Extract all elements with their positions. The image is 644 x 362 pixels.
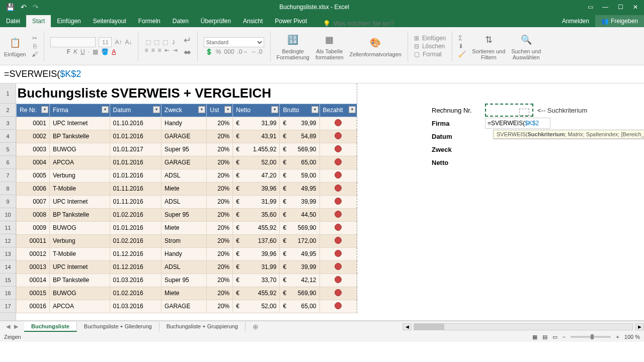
row-header[interactable]: 7 xyxy=(0,169,16,182)
status-cell[interactable] xyxy=(319,169,357,182)
cell[interactable]: 20% xyxy=(207,247,233,260)
sheet-nav-prev-icon[interactable]: ◀ xyxy=(6,323,10,330)
cell[interactable]: BP Tankstelle xyxy=(49,274,110,287)
wrap-text-icon[interactable]: ↵ xyxy=(184,35,191,46)
filter-dropdown-icon[interactable]: ▾ xyxy=(198,106,205,113)
cell[interactable]: BUWOG xyxy=(49,143,110,156)
table-row[interactable]: 0008BP Tankstelle01.02.2016Super 9520%35… xyxy=(17,208,357,221)
cell[interactable]: Verbung xyxy=(49,234,110,247)
row-header[interactable]: 12 xyxy=(0,234,16,247)
cell[interactable]: 0005 xyxy=(17,169,50,182)
sheet-tab[interactable]: Buchungsliste xyxy=(24,322,77,332)
cell[interactable]: 20% xyxy=(207,156,233,169)
cell[interactable]: 20% xyxy=(207,130,233,143)
zoom-level[interactable]: 100 % xyxy=(624,334,640,340)
cell[interactable]: UPC Internet xyxy=(49,117,110,130)
cell[interactable]: Strom xyxy=(162,234,207,247)
cell[interactable]: T-Mobile xyxy=(49,182,110,195)
cell[interactable]: ADSL xyxy=(162,195,207,208)
cell[interactable]: BP Tankstelle xyxy=(49,208,110,221)
cut-icon[interactable]: ✂ xyxy=(32,35,37,42)
maximize-icon[interactable]: ☐ xyxy=(614,2,627,12)
cell[interactable]: 00016 xyxy=(17,300,50,313)
tell-me-input[interactable] xyxy=(334,20,424,27)
cell[interactable]: 01.01.2016 xyxy=(110,221,161,234)
thousands-icon[interactable]: 000 xyxy=(224,48,234,55)
cell[interactable]: UPC Internet xyxy=(49,195,110,208)
undo-icon[interactable]: ↶ xyxy=(21,3,27,11)
sort-filter-button[interactable]: ⇅ Sortieren und Filtern xyxy=(472,32,505,60)
column-header[interactable]: Zweck▾ xyxy=(162,104,207,117)
column-header[interactable]: Datum▾ xyxy=(110,104,161,117)
zoom-out-icon[interactable]: − xyxy=(562,334,566,340)
hscroll-right[interactable]: ▶ xyxy=(635,323,644,330)
tab-datei[interactable]: Datei xyxy=(0,15,26,27)
cell[interactable]: 569,90 xyxy=(280,221,319,234)
tab-ueberpruefen[interactable]: Überprüfen xyxy=(195,15,237,27)
cell[interactable]: 172,00 xyxy=(280,234,319,247)
cell[interactable]: 39,99 xyxy=(280,260,319,274)
decrease-font-icon[interactable]: A↓ xyxy=(125,39,132,46)
cell[interactable]: Miete xyxy=(162,287,207,300)
signin-link[interactable]: Anmelden xyxy=(556,15,595,27)
view-normal-icon[interactable]: ▦ xyxy=(532,334,537,340)
cell[interactable]: 01.12.2016 xyxy=(110,247,161,260)
orientation-icon[interactable]: ⤸ xyxy=(171,39,176,46)
cell[interactable]: Verbung xyxy=(49,169,110,182)
column-header[interactable]: Brutto▾ xyxy=(280,104,319,117)
active-cell-edit[interactable]: =SVERWEIS($K$2 xyxy=(485,118,550,129)
cell[interactable]: 42,12 xyxy=(280,274,319,287)
cell[interactable]: 39,99 xyxy=(280,195,319,208)
sheet-tab[interactable]: Buchungsliste + Gliederung xyxy=(77,322,159,332)
ribbon-options-icon[interactable]: ▭ xyxy=(584,2,597,12)
cell-styles-button[interactable]: 🎨 Zellenformatvorlagen xyxy=(350,35,401,57)
clear-icon[interactable]: 🧹 xyxy=(458,51,466,58)
table-row[interactable]: 0001UPC Internet01.10.2016Handy20%31,993… xyxy=(17,117,357,130)
cell[interactable]: BUWOG xyxy=(49,221,110,234)
row-header[interactable]: 2 xyxy=(0,104,16,117)
cell[interactable]: 01.03.2016 xyxy=(110,274,161,287)
dec-decimal-icon[interactable]: ←.0 xyxy=(251,48,262,55)
table-row[interactable]: 00015BUWOG01.02.2016Miete20%455,92569,90 xyxy=(17,287,357,300)
view-pagebreak-icon[interactable]: ▭ xyxy=(552,334,557,340)
underline-button[interactable]: U xyxy=(80,48,85,55)
column-header[interactable]: Firma▾ xyxy=(49,104,110,117)
table-row[interactable]: 0002BP Tankstelle01.01.2016GARAGE20%43,9… xyxy=(17,130,357,143)
cell[interactable]: 01.02.2016 xyxy=(110,287,161,300)
cell[interactable]: 20% xyxy=(207,182,233,195)
font-size-input[interactable] xyxy=(99,37,112,47)
cell[interactable]: 43,91 xyxy=(233,130,280,143)
bold-button[interactable]: F xyxy=(67,48,70,55)
percent-icon[interactable]: % xyxy=(216,48,221,55)
filter-dropdown-icon[interactable]: ▾ xyxy=(311,106,318,113)
cell[interactable]: 20% xyxy=(207,274,233,287)
filter-dropdown-icon[interactable]: ▾ xyxy=(224,106,231,113)
align-bottom-icon[interactable]: ⬚ xyxy=(163,39,168,46)
tell-me[interactable]: 💡 xyxy=(323,20,424,27)
cell[interactable]: 0001 xyxy=(17,117,50,130)
cell[interactable]: 39,96 xyxy=(233,247,280,260)
table-row[interactable]: 00011Verbung01.02.2016Strom20%137,60172,… xyxy=(17,234,357,247)
filter-dropdown-icon[interactable]: ▾ xyxy=(102,106,109,113)
cell[interactable]: 01.11.2016 xyxy=(110,182,161,195)
cell[interactable]: Super 95 xyxy=(162,208,207,221)
cell[interactable]: 52,00 xyxy=(233,300,280,313)
status-cell[interactable] xyxy=(319,260,357,274)
cell[interactable]: ADSL xyxy=(162,169,207,182)
cell[interactable]: 49,95 xyxy=(280,247,319,260)
cell[interactable]: 0006 xyxy=(17,182,50,195)
row-header[interactable]: 9 xyxy=(0,195,16,208)
status-cell[interactable] xyxy=(319,247,357,260)
cell[interactable]: 33,70 xyxy=(233,274,280,287)
cell[interactable]: BP Tankstelle xyxy=(49,130,110,143)
redo-icon[interactable]: ↷ xyxy=(33,3,39,11)
sheet-nav-next-icon[interactable]: ▶ xyxy=(14,323,18,330)
status-cell[interactable] xyxy=(319,130,357,143)
cell[interactable]: 01.01.2016 xyxy=(110,130,161,143)
status-cell[interactable] xyxy=(319,221,357,234)
cell[interactable]: 20% xyxy=(207,260,233,274)
autosum-icon[interactable]: Σ xyxy=(458,35,462,42)
cell[interactable]: 01.02.2016 xyxy=(110,234,161,247)
cell[interactable]: 52,00 xyxy=(233,156,280,169)
row-header[interactable]: 4 xyxy=(0,130,16,143)
